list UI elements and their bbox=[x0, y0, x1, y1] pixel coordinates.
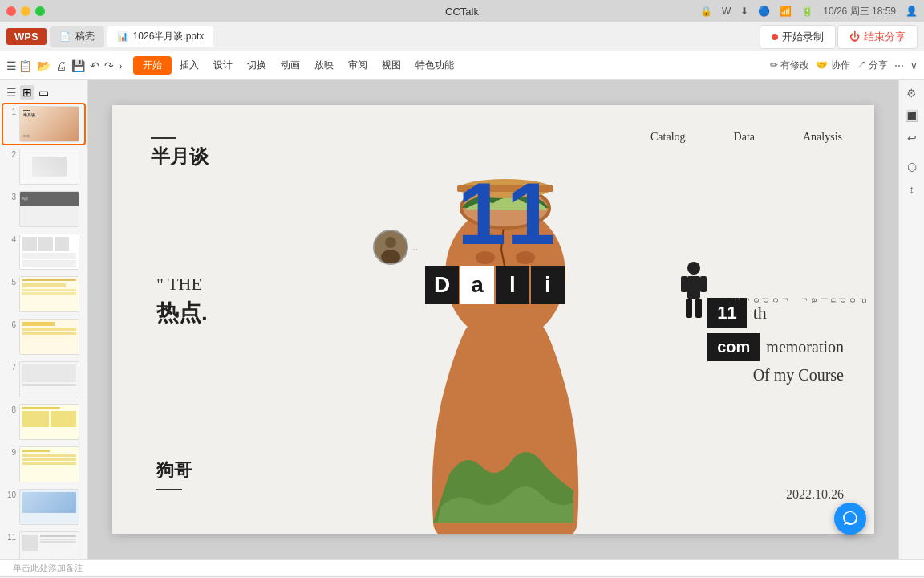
toolbar-start[interactable]: 开始 bbox=[133, 56, 172, 75]
svg-rect-19 bbox=[695, 299, 702, 318]
slide-thumb-7[interactable]: 7 bbox=[3, 360, 84, 399]
title-decoration-line bbox=[151, 137, 176, 139]
separator-1 bbox=[128, 59, 128, 73]
slide-preview-6 bbox=[19, 319, 79, 355]
new-icon[interactable]: 📋 bbox=[18, 59, 32, 72]
slide-num-4: 4 bbox=[5, 235, 16, 244]
slide-num-9: 9 bbox=[5, 448, 16, 457]
wps-button[interactable]: WPS bbox=[6, 28, 47, 45]
commemoration-line2: com memoration bbox=[707, 333, 844, 361]
slide-preview-2 bbox=[19, 149, 79, 185]
memoration-text: memoration bbox=[766, 338, 844, 356]
toolbar-right: ✏ 有修改 🤝 协作 ↗ 分享 ⋯ ∨ bbox=[770, 59, 918, 72]
panel-icon-3[interactable]: ↩ bbox=[907, 132, 917, 144]
slide-thumb-5[interactable]: 5 bbox=[3, 275, 84, 314]
save-icon[interactable]: 💾 bbox=[71, 59, 85, 72]
chat-button[interactable] bbox=[834, 503, 866, 535]
minimize-button[interactable] bbox=[21, 6, 30, 16]
panel-icon-1[interactable]: ⚙ bbox=[906, 87, 917, 100]
tab-geke[interactable]: 📄 稿壳 bbox=[50, 26, 104, 47]
slide-thumb-3[interactable]: 3 内容 bbox=[3, 189, 84, 229]
more-options-icon[interactable]: ⋯ bbox=[894, 60, 904, 71]
share-btn[interactable]: ↗ 分享 bbox=[857, 59, 888, 72]
collaborate-btn[interactable]: 🤝 协作 bbox=[816, 59, 849, 72]
toolbar-view[interactable]: 视图 bbox=[375, 56, 407, 75]
slide-title: 半月谈 bbox=[151, 144, 209, 169]
panel-icon-2[interactable]: 🔳 bbox=[905, 109, 918, 122]
tab-pptx-label: 1026半月谈.pptx bbox=[133, 30, 205, 43]
author-area: 狗哥 bbox=[156, 458, 192, 490]
menu-icon[interactable]: ☰ bbox=[6, 59, 17, 72]
slide-thumb-1[interactable]: 1 半月谈 狗哥 bbox=[3, 104, 84, 144]
main-layout: ☰ ⊞ ▭ 1 半月谈 狗哥 2 bbox=[0, 80, 924, 559]
window-controls[interactable] bbox=[6, 6, 45, 16]
dali-block-i: i bbox=[531, 266, 565, 304]
slide-thumb-10[interactable]: 10 bbox=[3, 487, 84, 527]
toolbar-transition[interactable]: 切换 bbox=[241, 56, 273, 75]
collapse-icon[interactable]: ∨ bbox=[910, 60, 918, 71]
panel-icon-4[interactable]: ⬡ bbox=[907, 161, 917, 173]
dali-block-a: a bbox=[460, 266, 494, 304]
quote-area: " THE 热点. bbox=[156, 274, 208, 328]
toolbar-special[interactable]: 特色功能 bbox=[409, 56, 460, 75]
rec-dot-icon bbox=[772, 34, 778, 40]
power-icon: ⏻ bbox=[849, 31, 860, 43]
more-icon[interactable]: › bbox=[119, 59, 123, 72]
avatar[interactable]: 👤 bbox=[906, 6, 918, 17]
print-icon[interactable]: 🖨 bbox=[55, 59, 67, 72]
slide-thumb-4[interactable]: 4 bbox=[3, 232, 84, 271]
dali-block-l: l bbox=[496, 266, 529, 304]
slide-canvas[interactable]: Catalog Data Analysis 半月谈 bbox=[112, 105, 874, 534]
course-text: Of my Course bbox=[707, 366, 844, 385]
maximize-button[interactable] bbox=[35, 6, 45, 16]
date-text: 2022.10.26 bbox=[786, 487, 844, 502]
edit-status: ✏ 有修改 bbox=[770, 59, 809, 72]
grid-view-icon[interactable]: ⊞ bbox=[20, 85, 34, 100]
toolbar-insert[interactable]: 插入 bbox=[173, 56, 205, 75]
slide-preview-10 bbox=[19, 489, 79, 525]
nav-catalog[interactable]: Catalog bbox=[650, 131, 686, 144]
slide-thumb-8[interactable]: 8 bbox=[3, 402, 84, 442]
slide-thumb-11[interactable]: 11 bbox=[3, 530, 84, 559]
battery-icon: 🔋 bbox=[801, 6, 813, 17]
quote-english: " THE bbox=[156, 274, 208, 295]
th-text: th bbox=[753, 303, 767, 324]
slide-num-6: 6 bbox=[5, 320, 16, 329]
nav-analysis[interactable]: Analysis bbox=[803, 131, 842, 144]
canvas-area: Catalog Data Analysis 半月谈 bbox=[88, 80, 898, 559]
slide-num-2: 2 bbox=[5, 150, 16, 159]
start-recording-button[interactable]: 开始录制 bbox=[760, 25, 836, 49]
slide-thumb-2[interactable]: 2 bbox=[3, 147, 84, 186]
doc-icon: 📄 bbox=[59, 31, 71, 42]
slide-navigation: Catalog Data Analysis bbox=[650, 131, 842, 144]
open-icon[interactable]: 📂 bbox=[37, 59, 51, 72]
slide-thumb-9[interactable]: 9 bbox=[3, 445, 84, 484]
author-decoration-line bbox=[156, 489, 182, 490]
toolbar-design[interactable]: 设计 bbox=[207, 56, 239, 75]
slide-thumb-6[interactable]: 6 bbox=[3, 317, 84, 356]
ppt-icon: 📊 bbox=[117, 31, 128, 42]
list-view-icon[interactable]: ▭ bbox=[36, 85, 51, 100]
clock: 10/26 周三 18:59 bbox=[823, 5, 896, 18]
redo-icon[interactable]: ↷ bbox=[104, 59, 114, 72]
toolbar-animation[interactable]: 动画 bbox=[274, 56, 306, 75]
slide-panel: ☰ ⊞ ▭ 1 半月谈 狗哥 2 bbox=[0, 80, 88, 559]
close-button[interactable] bbox=[6, 6, 16, 16]
panel-icon-5[interactable]: ↕ bbox=[909, 183, 914, 196]
panel-menu-icon[interactable]: ☰ bbox=[6, 86, 17, 99]
note-placeholder[interactable]: 单击此处添加备注 bbox=[13, 562, 83, 574]
dali-block-d: D bbox=[425, 266, 459, 304]
slide-preview-5 bbox=[19, 276, 79, 312]
undo-icon[interactable]: ↶ bbox=[90, 59, 99, 72]
end-sharing-label: 结束分享 bbox=[864, 30, 906, 44]
toolbar-slideshow[interactable]: 放映 bbox=[308, 56, 340, 75]
com-badge: com bbox=[707, 333, 760, 361]
slide-preview-9 bbox=[19, 446, 79, 482]
tab-pptx[interactable]: 📊 1026半月谈.pptx bbox=[107, 26, 214, 47]
dali-blocks: D a l i bbox=[425, 266, 565, 304]
end-sharing-button[interactable]: ⏻ 结束分享 bbox=[837, 25, 918, 49]
note-bar: 单击此处添加备注 bbox=[0, 559, 924, 576]
word-icon: W bbox=[722, 6, 731, 17]
toolbar-review[interactable]: 审阅 bbox=[342, 56, 374, 75]
nav-data[interactable]: Data bbox=[734, 131, 755, 144]
